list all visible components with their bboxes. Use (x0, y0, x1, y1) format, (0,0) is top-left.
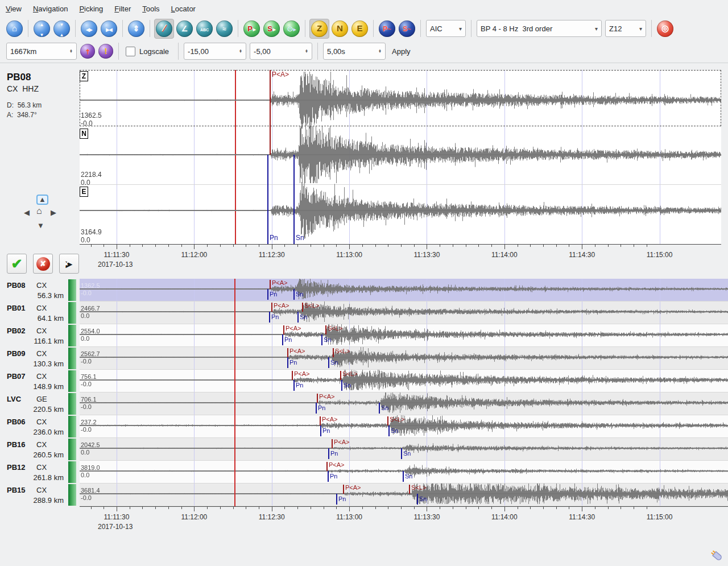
spinner-arrows-icon[interactable]: ▲▼ (305, 49, 308, 53)
menu-picking[interactable]: Picking (79, 2, 109, 15)
zoom-trace-panel[interactable]: Z1362.5-0.0N2218.40.0E3164.90.0P<A>PnSn (80, 70, 721, 244)
trace-row-pb15[interactable]: PB15CX288.9 km3681.4-0.0P<A>S<L>PnSn (0, 484, 728, 506)
show-labels-button[interactable]: ABC (196, 20, 213, 37)
pick-line-sn (401, 448, 402, 459)
minor-tick (478, 245, 479, 247)
trace-row-lvc[interactable]: LVCGE220.5 km706.1-0.0P<A>PnSn (0, 393, 728, 415)
waveform-canvas-pb07[interactable] (80, 370, 728, 393)
menu-tools[interactable]: Tools (142, 2, 166, 15)
pick-s-button[interactable]: S▸ (263, 20, 280, 37)
minor-tick (569, 507, 569, 509)
distance-range-spin[interactable]: 1667km▲▼ (6, 43, 77, 60)
waveform-canvas-pb01[interactable] (80, 301, 728, 324)
waveform-strip[interactable]: 2466.70.0P<A>S<L>PnSn (80, 301, 728, 324)
minor-tick (297, 245, 298, 247)
menu-navigation[interactable]: Navigation (33, 2, 74, 15)
offset-value: 0.0 (81, 237, 90, 244)
waveform-strip[interactable]: 3681.4-0.0P<A>S<L>PnSn (80, 484, 728, 506)
pick-line-sn[interactable] (293, 155, 295, 244)
normalize-amplitude-button[interactable]: ⇕ (128, 20, 144, 37)
waveform-strip[interactable]: 1362.5-0.0P<A>PnSn (80, 279, 728, 301)
trace-row-pb12[interactable]: PB12CX261.8 km3819.00.0P<A>PnSn (0, 461, 728, 484)
alert-tool-button[interactable]: ! (98, 44, 113, 59)
nav-home-button[interactable]: ⌂ (36, 206, 42, 216)
rotation-combo[interactable]: Z12▾ (605, 20, 646, 37)
picker-tool-button[interactable]: ↗ (80, 44, 95, 59)
waveform-strip[interactable]: 706.1-0.0P<A>PnSn (80, 393, 728, 415)
menu-locator[interactable]: Locator (171, 2, 202, 15)
major-tick (427, 507, 427, 511)
trace-row-pb09[interactable]: PB09CX130.3 km2562.7-0.0P<A>S<L>PnSn (0, 347, 728, 370)
pick-label-p: P<A> (329, 461, 345, 468)
waveform-canvas-lvc[interactable] (80, 393, 728, 415)
apply-button[interactable]: Apply (392, 47, 411, 56)
menu-view[interactable]: View (6, 2, 28, 15)
waveform-canvas-pb15[interactable] (80, 484, 728, 506)
reject-button[interactable]: ✘ (33, 254, 53, 274)
waveform-strip[interactable]: 756.1-0.0P<A>S<L>PnSn (80, 370, 728, 393)
amplitude-zoom-in-button[interactable]: ▲▼ (34, 20, 50, 37)
minor-tick (569, 245, 569, 247)
waveform-canvas-pb02[interactable] (80, 324, 728, 347)
onset-combo[interactable]: AIC▾ (426, 20, 466, 37)
letter-n-icon: N (337, 23, 343, 34)
waveform-strip[interactable]: 2554.00.0P<A>S<L>PnSn (80, 324, 728, 347)
filter-combo[interactable]: BP 4 - 8 Hz 3rd order▾ (477, 20, 602, 37)
defer-button[interactable]: ►✘ (59, 254, 79, 274)
waveform-strip[interactable]: 3819.00.0P<A>PnSn (80, 461, 728, 484)
quality-bar (68, 393, 76, 415)
waveform-canvas-pb08[interactable] (80, 279, 728, 301)
predicted-p-button[interactable]: P~ (379, 20, 395, 37)
component-n-button[interactable]: N (332, 20, 348, 37)
trace-row-pb16[interactable]: PB16CX260.5 km2042.50.0P<A>PnSn (0, 438, 728, 461)
waveform-strip[interactable]: 237.2-0.0P<A>S<L>PnSn (80, 415, 728, 438)
nav-down-button[interactable]: ▼ (37, 222, 44, 229)
zoom-vertical-icon: ▲▼ (40, 18, 44, 39)
minor-tick (401, 507, 402, 509)
accept-button[interactable]: ✔ (7, 254, 27, 274)
relocate-button[interactable]: ◎ (657, 20, 673, 37)
offset-value: -0.0 (81, 358, 92, 365)
spinner-arrows-icon[interactable]: ▲▼ (239, 49, 242, 53)
pick-line-p[interactable] (270, 70, 271, 155)
minor-tick (168, 507, 169, 509)
minor-tick (324, 507, 324, 509)
nav-up-button[interactable]: ▲ (36, 195, 48, 205)
predicted-s-button[interactable]: S~ (399, 20, 415, 37)
measure-ruler-button[interactable]: ∕ (156, 20, 172, 37)
waveform-canvas-pb16[interactable] (80, 438, 728, 461)
time-zoom-out-button[interactable]: ▶◀ (101, 20, 117, 37)
polarity-angle-button[interactable]: ∠ (176, 20, 193, 37)
pick-line-pn[interactable] (267, 155, 268, 244)
amplitude-zoom-out-button[interactable]: ▼▲ (53, 20, 70, 37)
reset-view-button[interactable]: ⌂ (6, 20, 23, 37)
menu-filter[interactable]: Filter (114, 2, 137, 15)
waveform-strip[interactable]: 2042.50.0P<A>PnSn (80, 438, 728, 461)
pick-p-button[interactable]: P▸ (243, 20, 260, 37)
component-e-button[interactable]: E (351, 20, 368, 37)
waveform-settings-button[interactable]: ≈ (216, 20, 233, 37)
waveform-canvas-pb12[interactable] (80, 461, 728, 484)
trace-row-pb01[interactable]: PB01CX64.1 km2466.70.0P<A>S<L>PnSn (0, 301, 728, 324)
nav-left-button[interactable]: ◀ (24, 209, 30, 216)
component-z-button[interactable]: Z (311, 20, 328, 37)
pick-label-p: P<A> (294, 370, 310, 377)
waveform-strip[interactable]: 2562.7-0.0P<A>S<L>PnSn (80, 347, 728, 370)
trace-row-pb06[interactable]: PB06CX236.0 km237.2-0.0P<A>S<L>PnSn (0, 415, 728, 438)
waveform-canvas-pb09[interactable] (80, 347, 728, 370)
nav-right-button[interactable]: ▶ (51, 209, 56, 216)
post-time-spin[interactable]: -5,00▲▼ (250, 43, 312, 60)
repick-button[interactable]: ⊙▸ (283, 20, 300, 37)
station-distance: 130.3 km (11, 360, 64, 368)
spinner-arrows-icon[interactable]: ▲▼ (69, 49, 73, 53)
trace-row-pb08[interactable]: PB08CX56.3 km1362.5-0.0P<A>PnSn (0, 279, 728, 301)
time-zoom-in-button[interactable]: ◀▶ (81, 20, 97, 37)
trace-row-pb07[interactable]: PB07CX148.9 km756.1-0.0P<A>S<L>PnSn (0, 370, 728, 393)
minor-tick (181, 507, 182, 509)
window-length-spin[interactable]: 5,00s▲▼ (323, 43, 386, 60)
pre-time-spin[interactable]: -15,00▲▼ (184, 43, 246, 60)
trace-row-pb02[interactable]: PB02CX116.1 km2554.00.0P<A>S<L>PnSn (0, 324, 728, 347)
major-tick (504, 245, 505, 249)
spinner-arrows-icon[interactable]: ▲▼ (378, 49, 382, 53)
logscale-checkbox[interactable] (126, 47, 135, 56)
